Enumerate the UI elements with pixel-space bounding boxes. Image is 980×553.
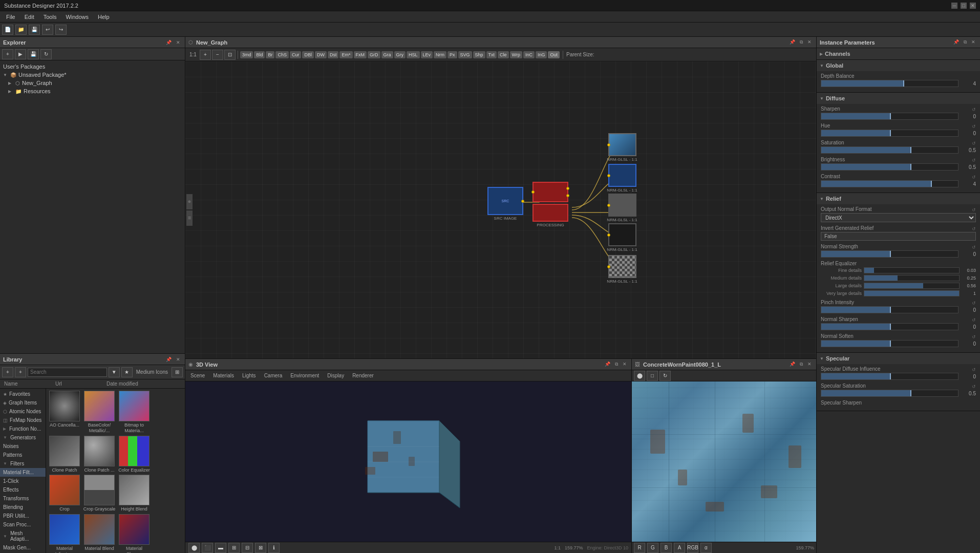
- view3d-pin[interactable]: 📌: [603, 361, 612, 368]
- graph-canvas[interactable]: ⊕ ☰ SRC: [185, 61, 816, 358]
- cat-pbr[interactable]: PBR Utilit...: [0, 512, 46, 520]
- tree-resources[interactable]: ▶ 📁 Resources: [0, 87, 185, 95]
- cat-atomic-nodes[interactable]: ⬡ Atomic Nodes: [0, 407, 46, 416]
- tex-tb3[interactable]: ↻: [659, 371, 671, 381]
- tree-new-graph[interactable]: ▶ ⬡ New_Graph: [0, 79, 185, 87]
- view-mode-button[interactable]: ⊞: [172, 367, 183, 377]
- cat-noises[interactable]: Noises: [0, 442, 46, 451]
- normal-format-reset[interactable]: ↺: [972, 207, 976, 212]
- diffuse-header[interactable]: ▼ Diffuse: [817, 93, 980, 104]
- list-item[interactable]: Height Blend: [118, 475, 151, 512]
- view3d-grid3[interactable]: ⊠: [255, 543, 266, 553]
- graph-node-out5[interactable]: NRM-GLSL - 1:1: [604, 255, 640, 284]
- view3d-float[interactable]: ⧉: [613, 361, 620, 368]
- list-item[interactable]: Material Blend: [83, 514, 116, 553]
- cat-filters[interactable]: ▼ Filters: [0, 459, 46, 468]
- graph-node-red-top[interactable]: [532, 182, 568, 202]
- cat-blending[interactable]: Blending: [0, 503, 46, 512]
- view3d-cube[interactable]: ⬛: [202, 543, 213, 553]
- graph-tag-inc[interactable]: InC: [523, 51, 535, 58]
- out1-in[interactable]: [607, 143, 610, 146]
- minimize-button[interactable]: ─: [951, 3, 957, 9]
- cat-favorites[interactable]: ★ Favorites: [0, 390, 46, 398]
- contrast-slider[interactable]: [821, 180, 958, 187]
- graph-node-out4[interactable]: NRM-GLSL - 1:1: [604, 223, 640, 252]
- normal-soften-slider[interactable]: [821, 340, 958, 347]
- out2-in[interactable]: [607, 174, 610, 177]
- graph-tag-gry[interactable]: Gry: [394, 51, 406, 58]
- right-close[interactable]: ✕: [970, 39, 977, 46]
- pinch-reset[interactable]: ↺: [972, 301, 976, 306]
- lib-add-button[interactable]: +: [2, 367, 13, 377]
- view3d-settings[interactable]: ℹ: [268, 543, 280, 553]
- graph-fit[interactable]: ⊡: [224, 50, 236, 60]
- menu-file[interactable]: File: [2, 13, 19, 21]
- menu-edit[interactable]: Edit: [20, 13, 38, 21]
- graph-tag-br[interactable]: Br: [266, 51, 274, 58]
- view3d-sphere[interactable]: ⬤: [188, 543, 200, 553]
- normal-strength-reset[interactable]: ↺: [972, 245, 976, 250]
- cat-patterns[interactable]: Patterns: [0, 451, 46, 459]
- menu-help[interactable]: Help: [94, 13, 114, 21]
- new-button[interactable]: 📄: [2, 25, 13, 35]
- graph-tag-svg[interactable]: SVG: [458, 51, 472, 58]
- tex-alpha[interactable]: α: [700, 543, 712, 553]
- saturation-reset[interactable]: ↺: [972, 141, 976, 146]
- library-pin[interactable]: 📌: [164, 356, 173, 363]
- red-top-in[interactable]: [531, 190, 535, 194]
- normal-soften-reset[interactable]: ↺: [972, 334, 976, 339]
- graph-tab-2[interactable]: ☰: [186, 210, 193, 226]
- graph-tag-cur[interactable]: Cur: [290, 51, 302, 58]
- normal-sharpen-reset[interactable]: ↺: [972, 317, 976, 323]
- invert-reset[interactable]: ↺: [972, 226, 976, 231]
- list-item[interactable]: BaseColor/ Metallic/...: [83, 391, 116, 434]
- menu-windows[interactable]: Windows: [61, 13, 93, 21]
- cat-function[interactable]: ▶ Function No...: [0, 424, 46, 433]
- cat-1click[interactable]: 1-Click: [0, 477, 46, 485]
- view3d-close[interactable]: ✕: [621, 361, 628, 368]
- large-details-slider[interactable]: [864, 283, 960, 289]
- hue-reset[interactable]: ↺: [972, 124, 976, 129]
- brightness-slider[interactable]: [821, 163, 958, 171]
- out4-in[interactable]: [607, 233, 610, 237]
- explorer-pin[interactable]: 📌: [164, 39, 173, 46]
- channels-header[interactable]: ▶ Channels: [817, 48, 980, 59]
- cat-graph-items[interactable]: ◈ Graph Items: [0, 398, 46, 407]
- texture-close[interactable]: ✕: [806, 361, 813, 368]
- tab-display[interactable]: Display: [325, 372, 346, 379]
- list-item[interactable]: AO Cancella...: [48, 391, 81, 434]
- explorer-close[interactable]: ✕: [175, 39, 182, 46]
- menu-tools[interactable]: Tools: [39, 13, 61, 21]
- explorer-open[interactable]: ▶: [15, 49, 26, 59]
- depth-balance-slider[interactable]: [821, 80, 958, 87]
- cat-generators[interactable]: ▼ Generators: [0, 433, 46, 442]
- very-large-slider[interactable]: [864, 290, 960, 296]
- graph-tag-chs[interactable]: ChS: [275, 51, 289, 58]
- sharpen-slider[interactable]: [821, 113, 958, 120]
- graph-tag-cle[interactable]: Cle: [498, 51, 509, 58]
- graph-node-source[interactable]: SRC SRC IMAGE: [487, 187, 523, 221]
- tab-environment[interactable]: Environment: [288, 372, 321, 379]
- graph-node-out1[interactable]: NRM-GLSL - 1:1: [604, 133, 640, 162]
- graph-tag-shp[interactable]: Shp: [473, 51, 485, 58]
- tab-camera[interactable]: Camera: [262, 372, 285, 379]
- graph-tag-ing[interactable]: InG: [536, 51, 547, 58]
- graph-tag-dbl[interactable]: DBl: [302, 51, 314, 58]
- red-top-out2[interactable]: [566, 194, 569, 197]
- graph-tag-gra[interactable]: Gra: [381, 51, 393, 58]
- library-close[interactable]: ✕: [175, 356, 182, 363]
- graph-tag-hsl[interactable]: HSL: [407, 51, 420, 58]
- normal-strength-slider[interactable]: [821, 250, 958, 258]
- tex-color-g[interactable]: G: [647, 543, 658, 553]
- tab-renderer[interactable]: Renderer: [350, 372, 376, 379]
- graph-zoom-in[interactable]: +: [200, 50, 211, 60]
- list-item[interactable]: Material Clone...: [118, 514, 151, 553]
- texture-pin[interactable]: 📌: [788, 361, 797, 368]
- right-float[interactable]: ⧉: [962, 39, 968, 46]
- hue-slider[interactable]: [821, 130, 958, 137]
- tex-color-a[interactable]: A: [674, 543, 685, 553]
- filter-button[interactable]: ▼: [109, 367, 120, 377]
- graph-tag-3md[interactable]: 3md: [240, 51, 253, 58]
- close-button[interactable]: ✕: [970, 3, 976, 9]
- graph-tag-em[interactable]: Em*: [339, 51, 352, 58]
